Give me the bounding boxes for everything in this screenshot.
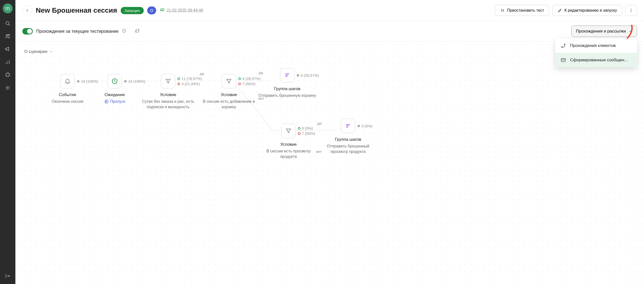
speed-badge[interactable] xyxy=(147,6,156,14)
node-step-group-1[interactable]: 4 (28,57%) Группа шагов Отправить брошен… xyxy=(258,68,317,98)
node-stats: 0 (0%) xyxy=(358,124,372,128)
filter-icon xyxy=(165,78,171,84)
main: New Брошенная сессия Запущен 21.02.2025 … xyxy=(16,0,644,284)
node-box: 14 (100%) xyxy=(108,74,122,88)
node-condition-1[interactable]: 11 (78,57%) 3 (21,43%) Условие Сутки без… xyxy=(138,74,198,110)
scenario-dropdown[interactable]: О сценарии xyxy=(24,49,53,54)
list-icon xyxy=(345,123,351,129)
cloud-check-icon xyxy=(160,8,164,14)
back-button[interactable] xyxy=(22,6,32,16)
node-subtitle: Сутки без заказа и рас, есть подписка и … xyxy=(138,99,198,110)
path-icon xyxy=(560,43,566,48)
bell-icon xyxy=(64,78,71,84)
svg-point-17 xyxy=(562,47,562,48)
dropdown-label: Прохождения и рассылки xyxy=(576,29,626,34)
edit-button[interactable]: К редактированию и запуску xyxy=(552,5,622,16)
header: New Брошенная сессия Запущен 21.02.2025 … xyxy=(16,0,644,21)
page-title: New Брошенная сессия xyxy=(36,6,117,14)
info-icon[interactable] xyxy=(122,28,126,34)
node-box: 11 (78,57%) 3 (21,43%) xyxy=(161,74,175,88)
svg-point-0 xyxy=(6,22,9,25)
pause-button[interactable]: Приостановить тест xyxy=(495,5,550,16)
svg-point-2 xyxy=(6,34,8,36)
dropdown-passes[interactable]: Прохождения и рассылки xyxy=(571,26,637,37)
clock-icon xyxy=(112,78,118,84)
header-actions: Приостановить тест К редактированию и за… xyxy=(495,5,637,16)
node-subtitle: Отправить брошенный просмотр продукта xyxy=(318,144,378,155)
logo: m xyxy=(3,4,13,14)
filter-icon xyxy=(285,128,292,134)
svg-point-18 xyxy=(564,44,565,45)
node-box: 4 (28,57%) 7 (50%) xyxy=(222,74,236,88)
dropdown-menu: Прохождения клиентов Сформированные сооб… xyxy=(555,38,637,67)
node-step-group-2[interactable]: 0 (0%) Группа шагов Отправить брошенный … xyxy=(318,119,378,155)
users-icon[interactable] xyxy=(5,33,11,39)
status-badge: Запущен xyxy=(121,7,144,14)
search-icon[interactable] xyxy=(5,20,11,26)
node-stats: 4 (28,57%) 7 (50%) xyxy=(238,76,260,86)
node-box: 0 (0%) 7 (50%) xyxy=(281,124,296,138)
pause-label: Приостановить тест xyxy=(507,8,544,13)
node-box: 4 (28,57%) xyxy=(280,68,294,82)
filter-icon xyxy=(226,78,232,84)
menu-item-formed-messages[interactable]: Сформированные сообщен… xyxy=(555,53,637,67)
node-box: 0 (0%) xyxy=(341,119,355,133)
svg-point-21 xyxy=(105,100,108,103)
dots-vertical-icon xyxy=(629,8,633,13)
node-subtitle: Окончена сессия xyxy=(52,99,83,104)
timestamp[interactable]: 21.02.2025 08:44:40 xyxy=(160,8,203,14)
node-title: Ожидание xyxy=(104,92,125,97)
node-subtitle: В сессии есть добавление в корзину xyxy=(199,99,259,110)
skip-icon xyxy=(104,99,109,104)
node-title: Условие xyxy=(280,142,297,147)
menu-item-label: Сформированные сообщен… xyxy=(570,58,628,62)
pause-icon xyxy=(500,8,505,13)
toggle-label: Прохождения за текущее тестирование xyxy=(36,29,118,34)
node-title: Группа шагов xyxy=(274,86,300,91)
svg-point-12 xyxy=(631,10,632,11)
node-title: Условие xyxy=(160,92,176,97)
megaphone-icon[interactable] xyxy=(5,46,11,52)
node-stats: 4 (28,57%) xyxy=(297,73,319,78)
node-stats: 0 (0%) 7 (50%) xyxy=(298,126,315,136)
node-condition-2[interactable]: 4 (28,57%) 7 (50%) Условие В сессии есть… xyxy=(199,74,259,110)
svg-point-11 xyxy=(631,9,632,10)
node-box: 14 (100%) xyxy=(60,74,75,88)
svg-line-1 xyxy=(9,24,10,26)
chart-icon[interactable] xyxy=(5,59,11,65)
scenario-label-text: О сценарии xyxy=(24,49,48,54)
canvas[interactable]: О сценарии 14 (100%) С xyxy=(16,42,644,284)
node-title: Группа шагов xyxy=(335,137,361,142)
edit-label: К редактированию и запуску xyxy=(564,8,617,13)
node-stats: 11 (78,57%) 3 (21,43%) xyxy=(178,76,202,86)
svg-point-3 xyxy=(8,34,10,36)
more-button[interactable] xyxy=(625,5,637,16)
mail-icon xyxy=(560,57,566,63)
node-title: Условие xyxy=(221,92,237,97)
list-icon xyxy=(284,72,290,78)
gear-icon[interactable] xyxy=(5,85,11,91)
menu-item-client-passes[interactable]: Прохождения клиентов xyxy=(555,38,637,53)
exit-icon[interactable] xyxy=(5,273,11,279)
pencil-icon xyxy=(558,8,562,13)
node-condition-3[interactable]: 0 (0%) 7 (50%) Условие В сессии есть про… xyxy=(259,124,318,160)
node-subtitle: Отправить брошенную корзину xyxy=(258,93,316,98)
svg-point-13 xyxy=(631,12,632,12)
sidebar: m xyxy=(0,0,16,284)
subheader: Прохождения за текущее тестирование Прох… xyxy=(16,21,644,42)
toggle-passes[interactable] xyxy=(22,28,33,34)
chevron-down-icon xyxy=(50,50,53,53)
svg-point-16 xyxy=(124,30,124,30)
refresh-icon[interactable] xyxy=(135,28,140,34)
node-title: Событие xyxy=(59,92,76,97)
node-subtitle: В сессии есть просмотр продукта xyxy=(259,148,318,160)
menu-item-label: Прохождения клиентов xyxy=(570,43,616,48)
node-wait[interactable]: 14 (100%) Ожидание Пропуск xyxy=(85,74,144,104)
chevron-up-icon xyxy=(628,29,632,33)
svg-point-7 xyxy=(7,87,8,89)
puzzle-icon[interactable] xyxy=(5,72,11,78)
timestamp-text: 21.02.2025 08:44:40 xyxy=(166,8,203,13)
node-subtitle: Пропуск xyxy=(104,99,125,104)
